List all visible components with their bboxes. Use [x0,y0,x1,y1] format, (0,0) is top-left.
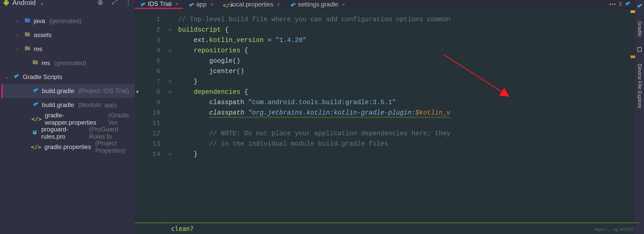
fold-toggle[interactable] [165,118,174,129]
code-line[interactable]: // NOTE: Do not place your application d… [178,129,632,139]
run-icon[interactable] [135,89,140,94]
code-line[interactable]: google() [178,56,632,66]
fold-toggle[interactable] [165,35,174,46]
svg-point-6 [36,131,36,132]
line-number: 2 [143,25,160,35]
gradle-icon [188,2,194,7]
fold-toggle[interactable]: ⊟ [165,87,174,97]
tree-item-sublabel: (Module: app) [78,101,117,109]
dock-tool[interactable]: Device File Explore [637,61,643,111]
run-marker [135,149,143,160]
code-line[interactable]: classpath "com.android.tools.build:gradl… [178,97,632,108]
folder-icon [32,59,38,67]
tree-item[interactable]: </>gradle.properties(Project Properties) [3,140,135,154]
code-editor[interactable]: 1234567891011121314 ⊟⊟⊟⊟⊟ // Top-level b… [135,9,635,234]
fold-toggle[interactable] [165,97,174,108]
editor-tab[interactable]: settings.gradle× [285,0,350,9]
gradle-icon[interactable] [624,0,631,8]
sidebar-view-title[interactable]: Android [12,0,36,7]
line-number: 3 [143,35,160,46]
fold-toggle[interactable] [165,139,174,149]
tree-item-label: Gradle Scripts [23,73,62,81]
folder-blue-icon [24,17,31,25]
folder-icon [24,31,31,39]
close-icon[interactable]: × [342,2,345,8]
tree-item[interactable]: res(generated) [3,56,135,70]
tree-item[interactable]: ›java(generated) [3,14,135,28]
tree-item-sublabel: (Project Properties) [95,140,135,154]
completion-hint: clean? [171,225,194,232]
tree-item-label: proguard-rules.pro [41,126,85,140]
editor-tab[interactable]: app× [183,0,218,9]
more-tabs-icon[interactable]: ••• [609,1,616,7]
editor-scrollbar[interactable] [631,9,635,234]
dock-tool[interactable]: Gradle [637,18,643,39]
code-line[interactable]: // Top-level build file where you can ad… [178,15,632,25]
code-line[interactable]: } [178,149,632,160]
run-marker [135,66,143,77]
close-icon[interactable]: × [277,2,280,8]
tree-item[interactable]: ⌄Gradle Scripts [3,70,135,84]
tree-item-label: res [41,59,50,67]
xml-icon: </> [31,143,41,151]
line-number: 7 [143,77,160,87]
chevron-down-icon[interactable]: ⌄ [39,0,45,6]
run-marker [135,25,143,35]
fold-toggle[interactable]: ⊟ [165,77,174,87]
code-line[interactable]: classpath "org.jetbrains.kotlin:kotlin-g… [178,108,632,118]
tab-label: local.properties [231,1,273,8]
editor-tab[interactable]: IDS Trial× [135,0,183,9]
project-sidebar: Android ⌄ ↙▮ ⋮ ›java(generated)›assets›r… [0,0,135,234]
code-line[interactable]: buildscript { [178,25,632,35]
code-line[interactable]: // in the individual module build.gradle… [178,139,632,149]
tree-item-sublabel: (Project: IDS Trial) [78,87,129,95]
code-line[interactable]: jcenter() [178,66,632,77]
tab-label: IDS Trial [148,0,172,8]
fold-toggle[interactable]: ⊟ [165,149,174,160]
fold-toggle[interactable]: ⊟ [165,25,174,35]
gradle-icon [32,101,39,109]
tree-item-label: res [34,45,42,53]
gradle-icon [290,2,295,7]
sidebar-header: Android ⌄ ↙▮ ⋮ [0,0,135,9]
fold-toggle[interactable] [165,56,174,66]
tab-label: app [196,1,207,8]
run-marker[interactable] [135,87,143,97]
line-number: 6 [143,66,160,77]
code-line[interactable]: } [178,77,632,87]
fold-toggle[interactable] [165,108,174,118]
fold-toggle[interactable] [165,129,174,139]
hidden-tabs-count: 2 [619,1,622,7]
tree-item[interactable]: ›assets [3,28,135,42]
tree-item[interactable]: proguard-rules.pro(ProGuard Rules fo [3,126,135,140]
code-line[interactable]: repositories { [178,46,632,56]
target-icon[interactable] [97,0,104,6]
gradle-icon [32,87,39,95]
code-line[interactable]: dependencies { [178,87,632,97]
editor-tab[interactable]: </>local.properties× [218,0,285,9]
gradle-icon[interactable] [636,3,643,11]
line-number: 1 [143,15,160,25]
collapse-icon[interactable]: ↙▮ [111,0,118,6]
tree-item[interactable]: ›res [3,42,135,56]
editor-separator-line [135,223,639,223]
close-icon[interactable]: × [175,1,178,7]
line-number: 11 [143,118,160,129]
tree-item[interactable]: build.gradle(Project: IDS Trial) [1,84,135,98]
code-line[interactable] [178,118,632,129]
close-icon[interactable]: × [210,2,213,8]
fold-toggle[interactable]: ⊟ [165,46,174,56]
code-line[interactable]: ext.kotlin_version = "1.4.20" [178,35,632,46]
tree-item-label: assets [34,31,52,39]
android-icon [3,0,9,6]
run-marker [135,15,143,25]
tree-item[interactable]: </>gradle-wrapper.properties(Gradle Ver [3,112,135,126]
code-area[interactable]: // Top-level build file where you can ad… [174,9,635,234]
more-icon[interactable]: ⋮ [125,0,132,6]
line-number: 12 [143,129,160,139]
tree-item[interactable]: build.gradle(Module: app) [3,98,135,112]
run-gutter [135,9,143,234]
fold-toggle[interactable] [165,66,174,77]
fold-toggle[interactable] [165,15,174,25]
run-marker [135,139,143,149]
